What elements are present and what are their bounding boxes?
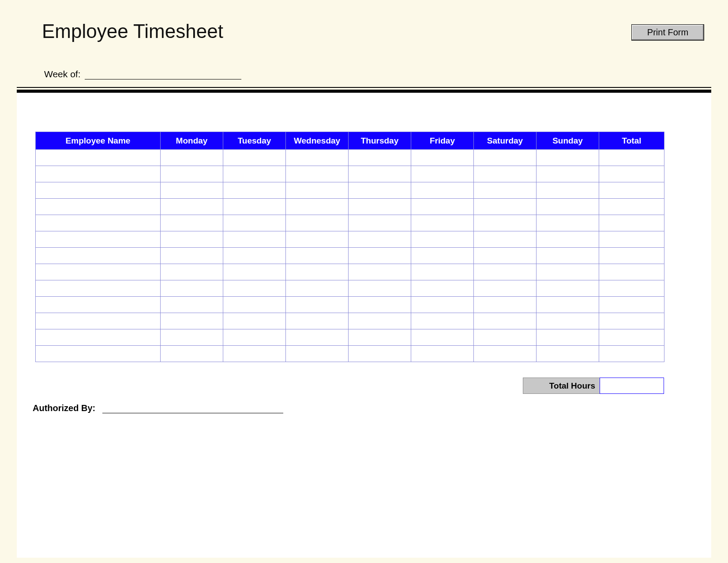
cell[interactable] (223, 313, 286, 329)
cell[interactable] (599, 215, 664, 231)
cell[interactable] (223, 166, 286, 182)
cell[interactable] (36, 313, 161, 329)
cell[interactable] (599, 182, 664, 199)
cell[interactable] (599, 297, 664, 313)
cell[interactable] (349, 248, 411, 264)
cell[interactable] (36, 166, 161, 182)
cell[interactable] (349, 264, 411, 280)
cell[interactable] (411, 313, 474, 329)
cell[interactable] (223, 199, 286, 215)
cell[interactable] (474, 231, 537, 248)
cell[interactable] (161, 248, 223, 264)
cell[interactable] (286, 313, 349, 329)
cell[interactable] (349, 329, 411, 346)
cell[interactable] (223, 346, 286, 362)
cell[interactable] (411, 150, 474, 166)
cell[interactable] (349, 182, 411, 199)
cell[interactable] (537, 182, 599, 199)
cell[interactable] (537, 346, 599, 362)
cell[interactable] (36, 264, 161, 280)
cell[interactable] (599, 329, 664, 346)
cell[interactable] (161, 150, 223, 166)
cell[interactable] (411, 280, 474, 297)
cell[interactable] (474, 150, 537, 166)
cell[interactable] (474, 182, 537, 199)
cell[interactable] (474, 313, 537, 329)
cell[interactable] (411, 329, 474, 346)
cell[interactable] (161, 199, 223, 215)
cell[interactable] (286, 150, 349, 166)
cell[interactable] (349, 150, 411, 166)
cell[interactable] (537, 248, 599, 264)
cell[interactable] (474, 248, 537, 264)
cell[interactable] (286, 166, 349, 182)
cell[interactable] (161, 297, 223, 313)
cell[interactable] (537, 215, 599, 231)
cell[interactable] (599, 264, 664, 280)
cell[interactable] (474, 166, 537, 182)
cell[interactable] (349, 280, 411, 297)
cell[interactable] (286, 182, 349, 199)
cell[interactable] (349, 199, 411, 215)
cell[interactable] (36, 150, 161, 166)
cell[interactable] (349, 231, 411, 248)
authorized-by-input[interactable] (102, 402, 283, 413)
cell[interactable] (411, 199, 474, 215)
cell[interactable] (474, 329, 537, 346)
cell[interactable] (349, 215, 411, 231)
cell[interactable] (474, 215, 537, 231)
print-form-button[interactable]: Print Form (631, 24, 704, 41)
cell[interactable] (223, 297, 286, 313)
cell[interactable] (36, 182, 161, 199)
cell[interactable] (537, 297, 599, 313)
cell[interactable] (537, 166, 599, 182)
cell[interactable] (223, 264, 286, 280)
cell[interactable] (411, 297, 474, 313)
cell[interactable] (36, 215, 161, 231)
cell[interactable] (223, 280, 286, 297)
cell[interactable] (161, 329, 223, 346)
cell[interactable] (36, 231, 161, 248)
cell[interactable] (474, 346, 537, 362)
cell[interactable] (161, 166, 223, 182)
cell[interactable] (537, 199, 599, 215)
cell[interactable] (286, 199, 349, 215)
cell[interactable] (223, 182, 286, 199)
cell[interactable] (161, 215, 223, 231)
cell[interactable] (286, 231, 349, 248)
cell[interactable] (36, 297, 161, 313)
cell[interactable] (599, 166, 664, 182)
cell[interactable] (474, 199, 537, 215)
cell[interactable] (411, 215, 474, 231)
cell[interactable] (411, 264, 474, 280)
week-of-input[interactable] (85, 68, 241, 79)
cell[interactable] (411, 166, 474, 182)
cell[interactable] (537, 329, 599, 346)
cell[interactable] (537, 280, 599, 297)
cell[interactable] (161, 346, 223, 362)
cell[interactable] (537, 150, 599, 166)
cell[interactable] (223, 248, 286, 264)
cell[interactable] (223, 329, 286, 346)
cell[interactable] (223, 215, 286, 231)
cell[interactable] (161, 231, 223, 248)
cell[interactable] (537, 231, 599, 248)
cell[interactable] (286, 297, 349, 313)
cell[interactable] (599, 313, 664, 329)
cell[interactable] (599, 280, 664, 297)
cell[interactable] (286, 329, 349, 346)
cell[interactable] (36, 329, 161, 346)
cell[interactable] (411, 182, 474, 199)
cell[interactable] (411, 248, 474, 264)
cell[interactable] (223, 231, 286, 248)
cell[interactable] (537, 313, 599, 329)
cell[interactable] (286, 346, 349, 362)
cell[interactable] (599, 346, 664, 362)
cell[interactable] (411, 231, 474, 248)
cell[interactable] (537, 264, 599, 280)
cell[interactable] (599, 231, 664, 248)
cell[interactable] (474, 297, 537, 313)
cell[interactable] (36, 346, 161, 362)
cell[interactable] (161, 313, 223, 329)
cell[interactable] (36, 199, 161, 215)
